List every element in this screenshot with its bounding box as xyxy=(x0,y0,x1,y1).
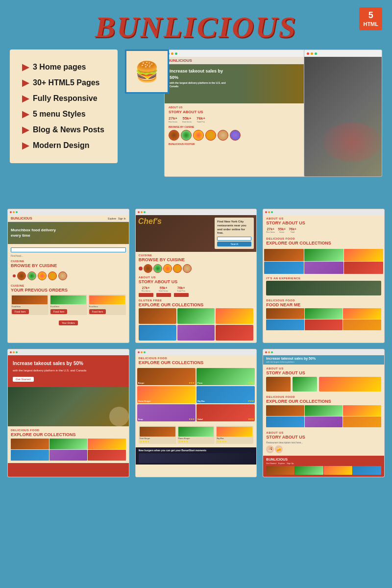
location-dot xyxy=(13,274,16,277)
hero-text: Increase takeout sales by 50% with the l… xyxy=(170,68,228,88)
find-btn[interactable]: Search xyxy=(217,242,251,246)
story-img-3 xyxy=(319,377,381,392)
dot-green xyxy=(175,52,177,55)
cuisine-row-card: CUISINE BROWSE BY CUISINE xyxy=(11,260,126,282)
explore-title: EXPLORE OUR COLLECTIONS xyxy=(139,302,254,308)
v-sub: with the largest delivery platform xyxy=(266,361,381,363)
rf-img-1 xyxy=(266,466,294,475)
about-label: ABOUT US xyxy=(139,276,254,279)
about-label: ABOUT US xyxy=(266,217,381,220)
delivery-hero-img: Munchbox food deliveryevery time xyxy=(8,222,129,244)
blog-stars: ★★★★ xyxy=(217,440,252,443)
cuisine-1 xyxy=(17,271,26,280)
stat-76k: 76k+ Total Pos xyxy=(174,286,189,297)
fn-3 xyxy=(343,308,381,319)
cuisine-3 xyxy=(193,130,204,141)
arrow-icon: ▶ xyxy=(22,62,29,73)
arrow-icon: ▶ xyxy=(22,93,29,104)
screenshots-grid: BUNLICIOUS Explore Sign In Munchbox food… xyxy=(0,201,392,485)
story-title2: STORY ABOUT US xyxy=(266,370,381,376)
blog-1: Goat Burger ★★★★ xyxy=(139,426,176,444)
eg-2 xyxy=(177,308,215,324)
lf-label: Burger xyxy=(138,382,145,384)
eg-4 xyxy=(139,325,176,341)
browser-bar xyxy=(263,209,384,215)
dark-preview: Now burgers when you can get your Bunari… xyxy=(136,447,257,465)
order-img xyxy=(89,295,125,304)
story-stats: 27k+ Res Items 55k+ Dish Items 76k+ Tota… xyxy=(139,286,254,297)
feature-item: ▶ 30+ HTML5 Pages xyxy=(22,75,105,91)
dot-yellow xyxy=(171,52,173,55)
eg-3 xyxy=(216,308,253,324)
explore-grid xyxy=(139,308,254,341)
cuisine-section-label: CUISINE xyxy=(11,260,126,263)
dot-yellow xyxy=(311,52,313,55)
card-content: Chef's Find New York City restaurants ne… xyxy=(136,215,257,343)
cuisine-6 xyxy=(230,130,241,141)
eg2-4 xyxy=(266,416,304,427)
delivery-hero-overlay: Munchbox food deliveryevery time xyxy=(8,222,129,244)
browser-bar xyxy=(263,349,384,355)
order-btn[interactable]: Food Item xyxy=(12,309,29,314)
food-near-grid xyxy=(266,308,381,330)
eg2-5 xyxy=(305,416,343,427)
nav-logo: BUNLICIOUS xyxy=(168,58,192,63)
hero-screenshots: 🍔 BUNLICIOUS Explore Sign In In xyxy=(125,49,382,187)
card-content: DELICIOUS FOOD EXPLORE OUR COLLECTIONS B… xyxy=(136,355,257,477)
explore-header: DELICIOUS FOOD EXPLORE OUR COLLECTIONS xyxy=(263,236,384,248)
card-story-explore: ABOUT US STORY ABOUT US 27k+ Res Items 5… xyxy=(263,209,385,343)
eg2-3 xyxy=(343,405,381,416)
arrow-icon: ▶ xyxy=(22,77,29,88)
order-item-1: Food Item Food Item xyxy=(11,294,49,315)
order-items: Food Item Food Item Food Item Food Item … xyxy=(11,294,126,315)
takeout-btn[interactable]: Get Started xyxy=(13,377,34,382)
explore-title: EXPLORE OUR COLLECTIONS xyxy=(266,241,381,246)
burger-icon: 🍔 xyxy=(135,60,159,83)
fn-4 xyxy=(266,319,304,330)
sketch-1: 🍜 xyxy=(266,445,274,453)
card-content-red: Increase takeout sales by 50% with the l… xyxy=(8,355,129,477)
story-title: STORY ABOUT US xyxy=(139,279,254,285)
dark-title: Now burgers when you can get your Bunari… xyxy=(139,449,254,452)
stat-27k: 27k+ Res Items xyxy=(139,286,153,297)
lf-stars: ★★★ xyxy=(248,381,254,384)
takeout-lower: DELICIOUS FOOD EXPLORE OUR COLLECTIONS xyxy=(8,426,129,463)
stat-3: 76k+ Total Pos xyxy=(196,116,205,123)
about-label2: ABOUT US xyxy=(266,367,381,370)
blog-stars: ★★★★ xyxy=(140,440,175,443)
exp-img xyxy=(266,281,381,295)
lf-label: Big Mac xyxy=(197,400,205,402)
view-orders-btn[interactable]: Your Orders xyxy=(59,320,78,325)
em-6 xyxy=(88,450,126,461)
collection-title: EXPLORE OUR COLLECTIONS xyxy=(139,360,254,366)
blog-3: Big Mac ★★★★ xyxy=(216,426,253,444)
about-sketches: 🍜 🧀 xyxy=(266,445,381,453)
v-title: Increase takeout sales by 50% xyxy=(266,357,381,360)
order-btn[interactable]: Food Item xyxy=(50,309,68,314)
lf-2: Pizza ★★★ xyxy=(196,368,255,385)
card-chef: Chef's Find New York City restaurants ne… xyxy=(135,209,257,343)
chef-lower: CUISINE BROWSE BY CUISINE ABOUT US STORY… xyxy=(136,252,257,343)
delivery-hero-text: Munchbox food deliveryevery time xyxy=(11,228,56,238)
story-photo-row xyxy=(266,377,381,392)
browse-cuisine-title: BROWSE BY CUISINE xyxy=(139,257,254,263)
explore-title2: EXPLORE OUR COLLECTIONS xyxy=(266,399,381,404)
food-near-section: DELICIOUS FOOD FOOD NEAR ME xyxy=(263,297,384,332)
hero-section: 5 HTML BUNLICIOUS ▶ 3 Home pages ▶ 30+ H… xyxy=(0,0,392,201)
rf-nav: Get Started Explore Sign Up xyxy=(266,462,381,465)
eg2-1 xyxy=(266,405,304,416)
card-content: BUNLICIOUS Explore Sign In Munchbox food… xyxy=(8,215,129,343)
screenshot-side xyxy=(304,49,382,177)
order-btn[interactable]: Food Item xyxy=(89,309,106,314)
fn-2 xyxy=(305,308,343,319)
lf-4: Big Mac ★★★ xyxy=(196,386,255,403)
story-top: ABOUT US STORY ABOUT US 27k+ Res Items 5… xyxy=(263,215,384,235)
html5-badge: 5 HTML xyxy=(359,7,382,30)
rf-grid xyxy=(266,466,381,475)
cuisine-3 xyxy=(38,271,47,280)
card-content: Increase takeout sales by 50% with the l… xyxy=(263,355,384,477)
rf-link: Sign Up xyxy=(287,462,294,465)
card-variants: Increase takeout sales by 50% with the l… xyxy=(263,349,385,477)
lf-label: Salad xyxy=(197,418,203,420)
order-item-3: Food Item Food Item xyxy=(88,294,126,315)
